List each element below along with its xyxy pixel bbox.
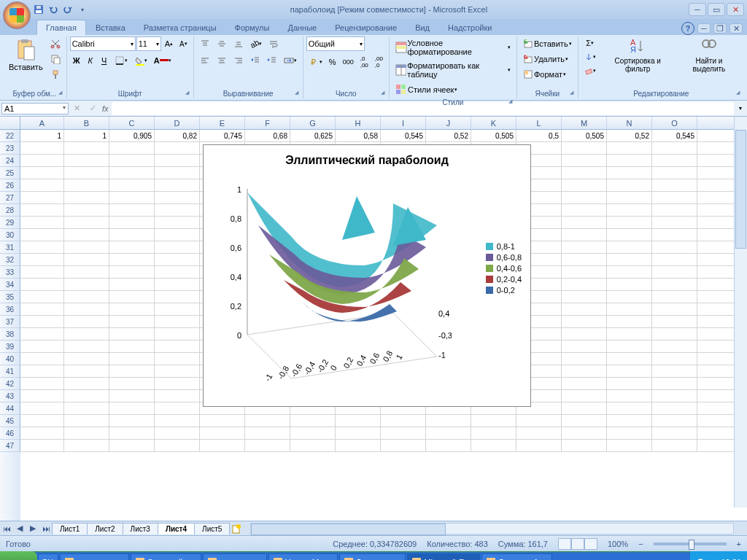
sheet-tab[interactable]: Лист4 (158, 523, 195, 534)
row-header[interactable]: 25 (0, 167, 20, 179)
cell[interactable] (64, 204, 109, 216)
cell[interactable] (652, 142, 697, 154)
cell[interactable] (200, 427, 245, 439)
cell[interactable] (64, 229, 109, 241)
column-header[interactable]: B (64, 117, 109, 129)
cell[interactable]: 0,52 (426, 130, 471, 141)
column-header[interactable]: I (381, 117, 426, 129)
cell[interactable] (109, 142, 155, 154)
tray-icon[interactable]: ⬤ (696, 558, 705, 561)
cell[interactable] (64, 155, 109, 166)
close-button[interactable]: ✕ (727, 3, 744, 16)
cell[interactable] (64, 266, 109, 278)
column-header[interactable]: K (471, 117, 516, 129)
cell[interactable] (607, 241, 652, 253)
cell[interactable] (607, 229, 652, 241)
cell[interactable] (245, 427, 290, 439)
cell[interactable] (562, 192, 607, 203)
cell[interactable] (20, 204, 64, 216)
cell[interactable] (652, 241, 697, 253)
cell[interactable] (109, 155, 155, 166)
underline-button[interactable]: Ч (98, 54, 111, 67)
cell[interactable] (652, 229, 697, 241)
cell[interactable] (562, 402, 607, 414)
percent-button[interactable]: % (326, 55, 339, 69)
font-color-button[interactable]: A▾ (151, 54, 174, 67)
cell[interactable]: 0,545 (652, 130, 697, 141)
page-layout-view-button[interactable] (571, 538, 584, 550)
shrink-font-button[interactable]: A▾ (177, 37, 190, 50)
cell[interactable]: 0,545 (381, 130, 426, 141)
cell[interactable] (155, 440, 200, 451)
cell[interactable] (652, 279, 697, 290)
cell[interactable] (607, 155, 652, 166)
cell[interactable] (109, 266, 155, 278)
cell[interactable] (20, 402, 64, 414)
cell[interactable] (607, 279, 652, 290)
save-icon[interactable] (32, 3, 45, 16)
row-header[interactable]: 38 (0, 328, 20, 341)
cell[interactable] (155, 254, 200, 265)
select-all-corner[interactable] (0, 117, 20, 129)
cell[interactable] (64, 328, 109, 340)
cell[interactable] (200, 415, 245, 427)
cell[interactable] (20, 279, 64, 290)
cell[interactable] (20, 266, 64, 278)
cell[interactable] (20, 254, 64, 265)
cell[interactable] (607, 402, 652, 414)
start-button[interactable]: пуск (0, 551, 37, 560)
cell[interactable] (155, 279, 200, 290)
redo-icon[interactable] (61, 3, 74, 16)
cell[interactable] (64, 316, 109, 327)
taskbar-item[interactable]: Съемный д... (131, 553, 201, 560)
cell[interactable] (562, 179, 607, 191)
horizontal-scrollbar[interactable] (250, 523, 734, 534)
taskbar-item[interactable]: Двуполост... (339, 553, 406, 560)
cell[interactable] (155, 192, 200, 203)
cell[interactable] (607, 440, 652, 451)
cell[interactable] (20, 328, 64, 340)
cell[interactable] (155, 142, 200, 154)
cell[interactable] (652, 353, 697, 365)
paste-button[interactable]: Вставить (6, 36, 46, 73)
tab-view[interactable]: Вид (406, 20, 438, 35)
cell[interactable]: 0,58 (336, 130, 381, 141)
cell[interactable] (652, 415, 697, 427)
cell[interactable] (109, 402, 155, 414)
format-painter-button[interactable] (47, 67, 63, 82)
maximize-button[interactable]: ▭ (708, 3, 725, 16)
row-header[interactable]: 30 (0, 229, 20, 241)
cell[interactable] (64, 179, 109, 191)
column-header[interactable]: G (290, 117, 336, 129)
cell[interactable] (381, 440, 426, 451)
align-right-button[interactable] (231, 53, 247, 68)
cell[interactable]: 0,5 (516, 130, 562, 141)
cell[interactable]: 0,505 (562, 130, 607, 141)
column-header[interactable]: H (336, 117, 381, 129)
cell[interactable] (64, 142, 109, 154)
grow-font-button[interactable]: A▴ (162, 37, 176, 50)
cell[interactable] (109, 353, 155, 365)
cell[interactable]: 0,82 (155, 130, 200, 141)
fx-icon[interactable]: fx (102, 104, 109, 113)
row-header[interactable]: 43 (0, 390, 20, 402)
cell[interactable] (562, 353, 607, 365)
cell[interactable] (20, 217, 64, 228)
zoom-out-button[interactable]: − (638, 540, 643, 548)
cell[interactable] (20, 440, 64, 451)
cell[interactable] (607, 365, 652, 377)
row-header[interactable]: 28 (0, 204, 20, 217)
cell[interactable] (607, 328, 652, 340)
cell[interactable] (562, 291, 607, 303)
column-header[interactable]: D (155, 117, 200, 129)
cell[interactable] (381, 415, 426, 427)
decrease-decimal-button[interactable]: ,00,0 (372, 53, 386, 71)
language-indicator[interactable]: RU (38, 553, 58, 560)
cell[interactable] (652, 291, 697, 303)
minimize-button[interactable]: ─ (689, 3, 706, 16)
cell[interactable] (155, 353, 200, 365)
cell[interactable] (471, 427, 516, 439)
cell[interactable] (155, 303, 200, 315)
align-left-button[interactable] (197, 53, 213, 68)
format-cells-button[interactable]: Формат▾ (520, 67, 569, 82)
